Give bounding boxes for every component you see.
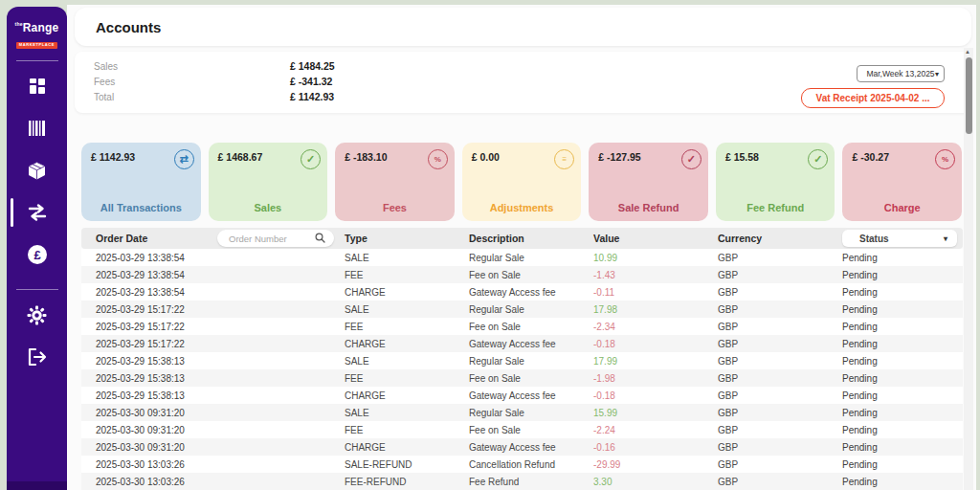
stat-card-label: Adjustments: [462, 202, 582, 213]
chevron-down-icon: ▾: [935, 70, 939, 78]
stat-card[interactable]: £ -183.10 % Fees: [335, 143, 455, 221]
cell-order-date: 2025-03-30 13:03:26: [96, 477, 185, 487]
sidebar-item-transactions[interactable]: [7, 191, 67, 234]
cell-description: Gateway Access fee: [469, 339, 556, 349]
table-row[interactable]: 2025-03-29 13:38:54 SALE Regular Sale 10…: [81, 249, 963, 266]
cell-status: Pending: [842, 270, 878, 280]
sidebar-divider: [16, 60, 58, 61]
sidebar-item-finance[interactable]: £: [7, 234, 67, 276]
table-row[interactable]: 2025-03-29 15:38:13 CHARGE Gateway Acces…: [81, 387, 963, 404]
scrollbar-thumb[interactable]: [966, 57, 972, 134]
cell-status: Pending: [842, 459, 878, 470]
cell-order-date: 2025-03-29 13:38:54: [96, 270, 185, 280]
cell-currency: GBP: [718, 425, 738, 435]
cell-order-date: 2025-03-29 15:38:13: [96, 373, 185, 384]
sidebar-item-products[interactable]: [7, 149, 67, 191]
table-row[interactable]: 2025-03-30 09:31:20 FEE Fee on Sale -2.2…: [81, 421, 963, 438]
cell-type: CHARGE: [345, 442, 386, 453]
cell-type: SALE-REFUND: [345, 459, 412, 470]
cell-order-date: 2025-03-29 13:38:54: [96, 253, 185, 263]
cell-type: FEE: [345, 373, 363, 384]
cell-type: CHARGE: [345, 390, 386, 401]
period-select-value: Mar,Week 13,2025: [866, 69, 934, 78]
cell-value: -0.16: [593, 442, 615, 453]
cell-status: Pending: [842, 408, 878, 418]
cell-value: 10.99: [593, 253, 617, 263]
table-row[interactable]: 2025-03-29 15:38:13 SALE Regular Sale 17…: [81, 352, 963, 369]
sidebar: theRange MARKETPLACE: [7, 7, 67, 490]
cell-description: Cancellation Refund: [469, 459, 555, 470]
stat-card[interactable]: £ 1468.67 ✓ Sales: [209, 143, 328, 221]
summary-panel: Sales£ 1484.25 Fees£ -341.32 Total£ 1142…: [75, 52, 971, 113]
vat-receipt-button[interactable]: Vat Receipt 2025-04-02 ...: [801, 88, 945, 108]
cell-currency: GBP: [718, 339, 738, 349]
column-header-type: Type: [345, 233, 368, 244]
logout-icon: [27, 347, 47, 367]
cell-currency: GBP: [718, 390, 738, 401]
sidebar-item-listings[interactable]: [7, 107, 67, 149]
table-row[interactable]: 2025-03-30 09:31:20 CHARGE Gateway Acces…: [81, 438, 963, 456]
summary-label: Fees: [94, 77, 290, 87]
cell-status: Pending: [842, 287, 878, 298]
stat-card[interactable]: £ 15.58 ✓ Fee Refund: [716, 143, 835, 221]
cell-description: Regular Sale: [469, 253, 524, 263]
vertical-scrollbar[interactable]: ▲: [964, 48, 973, 490]
cell-status: Pending: [842, 442, 878, 453]
summary-label: Sales: [94, 61, 290, 72]
cell-type: CHARGE: [345, 339, 386, 349]
sidebar-item-dashboard[interactable]: [7, 65, 67, 107]
brand-logo: theRange MARKETPLACE: [15, 22, 59, 49]
cell-value: -0.11: [593, 287, 614, 298]
table-row[interactable]: 2025-03-29 13:38:54 CHARGE Gateway Acces…: [81, 283, 963, 301]
cell-status: Pending: [842, 390, 878, 401]
cell-order-date: 2025-03-29 15:38:13: [96, 356, 185, 367]
table-row[interactable]: 2025-03-29 13:38:54 FEE Fee on Sale -1.4…: [81, 266, 963, 283]
table-row[interactable]: 2025-03-30 13:03:26 SALE-REFUND Cancella…: [81, 456, 963, 473]
cell-currency: GBP: [718, 322, 738, 332]
stat-cards-row: £ 1142.93 ⇄ All Transactions £ 1468.67 ✓…: [81, 143, 962, 221]
cell-value: -0.18: [593, 390, 615, 401]
page-header: Accounts: [75, 8, 971, 46]
sidebar-item-settings[interactable]: [7, 294, 67, 336]
table-row[interactable]: 2025-03-29 15:17:22 SALE Regular Sale 17…: [81, 301, 963, 318]
cell-type: SALE: [345, 253, 369, 263]
table-row[interactable]: 2025-03-30 13:03:26 FEE-REFUND Fee Refun…: [81, 473, 963, 490]
table-row[interactable]: 2025-03-29 15:17:22 FEE Fee on Sale -2.3…: [81, 318, 963, 335]
summary-value: £ 1484.25: [290, 60, 335, 72]
stat-card[interactable]: £ 1142.93 ⇄ All Transactions: [81, 143, 201, 221]
column-header-description: Description: [469, 233, 524, 244]
dashboard-icon: [28, 77, 47, 96]
page-title: Accounts: [96, 19, 161, 35]
sidebar-divider: [16, 289, 58, 290]
cell-currency: GBP: [718, 459, 738, 470]
summary-row-fees: Fees£ -341.32: [94, 76, 332, 87]
sidebar-item-logout[interactable]: [7, 336, 67, 378]
table-row[interactable]: 2025-03-29 15:38:13 FEE Fee on Sale -1.9…: [81, 369, 963, 387]
cell-type: CHARGE: [345, 287, 386, 298]
transfer-icon: ⇄: [174, 149, 194, 169]
status-select-value: Status: [859, 234, 889, 244]
cell-currency: GBP: [718, 408, 738, 418]
cell-value: -1.98: [593, 373, 615, 384]
cell-currency: GBP: [718, 373, 738, 384]
check-circle-icon: ✓: [301, 149, 321, 169]
table-row[interactable]: 2025-03-29 15:17:22 CHARGE Gateway Acces…: [81, 335, 963, 352]
stat-card[interactable]: £ -127.95 ✓ Sale Refund: [589, 143, 708, 221]
status-filter-select[interactable]: Status ▾: [842, 230, 957, 247]
period-select[interactable]: Mar,Week 13,2025 ▾: [857, 65, 945, 82]
scrollbar-up-arrow[interactable]: ▲: [965, 49, 970, 55]
sidebar-footer: [7, 481, 67, 490]
cell-description: Fee on Sale: [469, 373, 521, 384]
stat-card[interactable]: £ -30.27 % Charge: [842, 143, 962, 221]
search-icon: [315, 233, 325, 243]
cell-currency: GBP: [718, 304, 738, 315]
stat-card[interactable]: £ 0.00 ≡ Adjustments: [462, 143, 582, 221]
stat-card-label: Fees: [335, 202, 455, 213]
cell-order-date: 2025-03-30 09:31:20: [96, 425, 185, 435]
cell-value: 17.99: [593, 356, 617, 367]
cell-type: SALE: [345, 304, 369, 315]
cell-value: 3.30: [593, 477, 612, 487]
cell-value: 17.98: [593, 304, 617, 315]
table-row[interactable]: 2025-03-30 09:31:20 SALE Regular Sale 15…: [81, 404, 963, 421]
stat-card-label: Sale Refund: [589, 202, 708, 213]
